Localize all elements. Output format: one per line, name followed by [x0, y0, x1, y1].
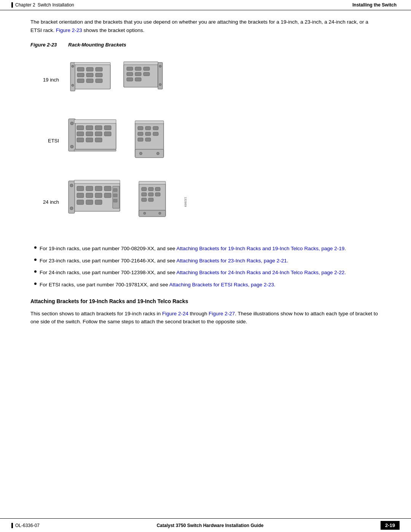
attaching-section-body: This section shows to attach brackets fo… — [30, 310, 381, 326]
svg-rect-37 — [86, 138, 93, 142]
svg-rect-13 — [74, 62, 110, 65]
svg-rect-17 — [143, 67, 150, 70]
svg-rect-75 — [113, 194, 117, 197]
svg-rect-7 — [77, 79, 84, 83]
svg-rect-31 — [104, 126, 111, 130]
figure-caption: Figure 2-23 Rack-Mounting Brackets — [30, 42, 381, 48]
link-23-inch[interactable]: Attaching Brackets for 23-Inch Racks, pa… — [176, 258, 287, 264]
svg-rect-3 — [96, 67, 102, 71]
bracket-svg-19 — [67, 53, 166, 106]
bracket-img-24: 132869 — [67, 175, 188, 228]
svg-rect-38 — [95, 138, 102, 142]
svg-rect-81 — [142, 193, 147, 196]
svg-rect-47 — [153, 126, 158, 130]
svg-point-70 — [70, 184, 73, 187]
svg-rect-30 — [95, 126, 102, 130]
svg-rect-32 — [77, 132, 84, 136]
bullet-text-23: For 23-inch racks, use part number 700-2… — [40, 257, 288, 265]
svg-rect-15 — [127, 67, 133, 70]
svg-rect-82 — [148, 193, 153, 196]
svg-rect-85 — [148, 198, 153, 201]
link-24-inch[interactable]: Attaching Brackets for 24-Inch Racks and… — [176, 270, 344, 275]
bullet-item-23: For 23-inch racks, use part number 700-2… — [34, 257, 381, 265]
bracket-label-etsi: ETSI — [38, 138, 59, 144]
svg-rect-48 — [138, 132, 143, 136]
bracket-label-19: 19 inch — [38, 77, 59, 83]
bullet-item-19: For 19-inch racks, use part number 700-0… — [34, 244, 381, 253]
svg-rect-68 — [95, 200, 102, 204]
figure-number: Figure 2-23 — [30, 42, 57, 48]
header-left: Chapter 2 Switch Installation — [11, 2, 74, 8]
svg-point-55 — [157, 152, 159, 155]
svg-rect-51 — [138, 138, 143, 141]
svg-rect-5 — [86, 73, 93, 77]
svg-point-40 — [70, 122, 73, 125]
svg-rect-61 — [104, 186, 111, 191]
page-header: Chapter 2 Switch Installation Installing… — [0, 0, 411, 10]
bracket-row-19: 19 inch — [38, 53, 166, 106]
svg-point-11 — [72, 65, 74, 67]
bullet-text-19: For 19-inch racks, use part number 700-0… — [40, 244, 346, 253]
footer-left-label: OL-6336-07 — [15, 523, 40, 528]
svg-rect-58 — [77, 186, 84, 191]
svg-rect-67 — [86, 200, 93, 204]
svg-rect-22 — [135, 78, 141, 81]
svg-rect-42 — [74, 120, 116, 123]
bullet-item-etsi: For ETSI racks, use part number 700-1978… — [34, 281, 381, 289]
link-figure-2-27[interactable]: Figure 2-27 — [209, 311, 235, 316]
svg-rect-2 — [86, 67, 93, 71]
svg-rect-33 — [86, 132, 93, 136]
svg-rect-64 — [95, 193, 102, 198]
svg-rect-43 — [74, 149, 116, 151]
bullet-dot-23 — [34, 259, 37, 261]
svg-rect-66 — [77, 200, 84, 204]
bracket-svg-24: 132869 — [67, 175, 188, 228]
svg-rect-1 — [77, 67, 84, 71]
svg-rect-52 — [145, 138, 151, 141]
link-19-inch[interactable]: Attaching Brackets for 19-Inch Racks and… — [176, 246, 344, 251]
bullet-dot-24 — [34, 270, 37, 273]
footer-center: Catalyst 3750 Switch Hardware Installati… — [40, 523, 381, 528]
svg-rect-6 — [96, 73, 102, 77]
svg-rect-4 — [77, 73, 84, 77]
header-right: Installing the Switch — [352, 2, 400, 8]
bullet-list: For 19-inch racks, use part number 700-0… — [30, 244, 381, 289]
link-figure-2-24[interactable]: Figure 2-24 — [162, 311, 188, 316]
figure-title: Rack-Mounting Brackets — [68, 42, 126, 48]
svg-rect-62 — [77, 193, 84, 198]
footer-bar-icon — [11, 523, 13, 528]
svg-rect-65 — [104, 193, 111, 198]
svg-rect-78 — [142, 187, 147, 191]
svg-rect-50 — [153, 132, 158, 136]
svg-rect-29 — [86, 126, 93, 130]
svg-rect-56 — [135, 121, 164, 124]
svg-rect-35 — [104, 132, 111, 136]
footer-left: OL-6336-07 — [11, 523, 40, 528]
figure-link-2-23[interactable]: Figure 2-23 — [56, 27, 82, 33]
svg-rect-16 — [135, 67, 141, 70]
svg-point-24 — [159, 65, 161, 67]
svg-rect-60 — [95, 186, 102, 191]
svg-rect-8 — [86, 79, 93, 83]
bullet-text-24: For 24-inch racks, use part number 700-1… — [40, 268, 346, 277]
svg-rect-59 — [86, 186, 93, 191]
svg-rect-63 — [86, 193, 93, 198]
attaching-section-heading: Attaching Brackets for 19-Inch Racks and… — [30, 298, 381, 304]
svg-rect-83 — [155, 193, 160, 196]
bracket-row-etsi: ETSI — [38, 113, 188, 168]
svg-rect-72 — [74, 180, 120, 184]
svg-rect-18 — [127, 72, 133, 76]
bullet-dot-19 — [34, 246, 37, 249]
page-footer: OL-6336-07 Catalyst 3750 Switch Hardware… — [0, 518, 411, 532]
svg-rect-9 — [96, 79, 102, 83]
link-etsi[interactable]: Attaching Brackets for ETSI Racks, page … — [169, 282, 274, 288]
footer-center-label: Catalyst 3750 Switch Hardware Installati… — [157, 523, 264, 528]
intro-paragraph: The bracket orientation and the brackets… — [30, 18, 381, 34]
svg-rect-79 — [148, 187, 153, 191]
svg-rect-49 — [145, 132, 151, 136]
svg-rect-21 — [127, 78, 133, 81]
svg-point-41 — [70, 145, 73, 148]
svg-point-25 — [159, 83, 161, 86]
svg-rect-45 — [138, 126, 143, 130]
svg-point-12 — [72, 84, 74, 86]
